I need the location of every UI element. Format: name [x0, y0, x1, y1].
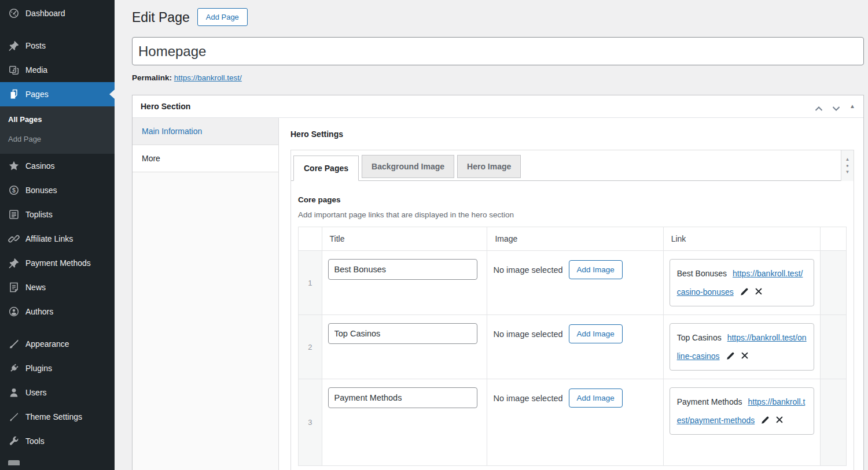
edit-pencil-icon[interactable]: [760, 416, 770, 425]
collapse-icon[interactable]: ▲: [849, 103, 855, 109]
sort-dot-icon[interactable]: ●: [846, 164, 849, 168]
settings-icon: [8, 460, 20, 465]
sidebar-item-media[interactable]: Media: [0, 58, 115, 82]
sidebar-separator: [0, 25, 115, 34]
sidebar-item-label: Tools: [25, 435, 45, 447]
edit-pencil-icon[interactable]: [740, 287, 749, 297]
sidebar-item-pages[interactable]: Pages: [0, 82, 115, 106]
row-number[interactable]: 1: [299, 251, 322, 315]
sidebar-item-casinos[interactable]: Casinos: [0, 154, 115, 178]
row-extra-cell: [821, 379, 847, 466]
link-title-text: Best Bonuses: [677, 269, 727, 278]
sort-down-icon[interactable]: ▼: [845, 170, 850, 175]
row-title-input[interactable]: [328, 259, 477, 280]
row-number[interactable]: 2: [299, 315, 322, 379]
sidebar-item-toplists[interactable]: Toplists: [0, 202, 115, 227]
pages-submenu: All Pages Add Page: [0, 106, 115, 154]
side-tab-main-information[interactable]: Main Information: [133, 118, 278, 145]
sidebar-item-label: Casinos: [25, 160, 55, 172]
move-up-icon[interactable]: [815, 103, 823, 109]
sidebar-item-payment-methods[interactable]: Payment Methods: [0, 251, 115, 275]
author-circle-icon: [8, 306, 20, 317]
sidebar-item-label: Theme Settings: [25, 410, 82, 423]
section-description: Add important page links that are displa…: [298, 210, 847, 219]
post-title-input[interactable]: [132, 37, 864, 65]
sidebar-item-authors[interactable]: Authors: [0, 299, 115, 324]
row-number[interactable]: 3: [299, 379, 322, 466]
table-row: 2 No image selected Add Image: [299, 315, 847, 379]
news-page-icon: [8, 282, 20, 293]
metabox-side-tabs: Main Information More: [133, 118, 279, 470]
remove-x-icon[interactable]: [755, 287, 764, 297]
add-image-button[interactable]: Add Image: [569, 324, 623, 343]
submenu-item-all-pages[interactable]: All Pages: [0, 110, 115, 129]
column-header-link: Link: [663, 227, 821, 251]
sidebar-item-news[interactable]: News: [0, 275, 115, 299]
sidebar-item-users[interactable]: Users: [0, 380, 115, 405]
section-heading: Core pages: [298, 195, 847, 204]
pushpin-icon: [8, 257, 20, 269]
sidebar-item-bonuses[interactable]: $ Bonuses: [0, 178, 115, 202]
add-page-button[interactable]: Add Page: [197, 8, 248, 26]
sidebar-item-appearance[interactable]: Appearance: [0, 332, 115, 356]
column-header-empty: [299, 227, 322, 251]
hero-settings-panel: Core Pages Background Image Hero Image ▲…: [290, 150, 854, 470]
plug-icon: [8, 362, 20, 374]
sidebar-item-affiliate-links[interactable]: Affiliate Links: [0, 227, 115, 251]
hero-section-metabox: Hero Section ▲ Main Information More Her…: [132, 95, 864, 470]
tab-core-pages[interactable]: Core Pages: [293, 156, 359, 181]
submenu-item-add-page[interactable]: Add Page: [0, 129, 115, 149]
list-icon: [8, 209, 20, 220]
row-title-input[interactable]: [328, 387, 477, 408]
sidebar-item-plugins[interactable]: Plugins: [0, 356, 115, 380]
remove-x-icon[interactable]: [741, 351, 750, 361]
wrench-icon: [8, 435, 20, 447]
sidebar-item-posts[interactable]: Posts: [0, 34, 115, 58]
sidebar-item-dashboard[interactable]: Dashboard: [0, 1, 115, 25]
pen-brush-icon: [8, 411, 20, 423]
link-title-text: Payment Methods: [677, 397, 742, 406]
column-header-title: Title: [322, 227, 487, 251]
media-icon: [8, 64, 20, 76]
sidebar-separator: [0, 324, 115, 332]
sidebar-item-label: Pages: [25, 88, 49, 101]
sort-up-icon[interactable]: ▲: [845, 157, 850, 162]
tab-hero-image[interactable]: Hero Image: [457, 155, 521, 178]
sidebar-item-theme-settings[interactable]: Theme Settings: [0, 405, 115, 429]
move-down-icon[interactable]: [832, 103, 840, 109]
row-title-input[interactable]: [328, 323, 477, 344]
edit-pencil-icon[interactable]: [726, 351, 735, 361]
pages-icon: [8, 88, 20, 100]
table-row: 3 No image selected Add Image: [299, 379, 847, 466]
dollar-circle-icon: $: [8, 184, 20, 196]
metabox-title: Hero Section: [141, 102, 190, 111]
sidebar-item-label: Dashboard: [25, 7, 65, 20]
sidebar-item-label: Appearance: [25, 338, 69, 350]
pushpin-icon: [8, 40, 20, 51]
sidebar-item-label: Posts: [25, 39, 46, 52]
table-row: 1 No image selected Add Image: [299, 251, 847, 315]
chain-link-icon: [8, 233, 20, 245]
column-header-image: Image: [487, 227, 663, 251]
side-tab-more[interactable]: More: [133, 145, 278, 172]
main-content: Edit Page Add Page Permalink: https://ba…: [115, 0, 868, 470]
sidebar-item-label: News: [25, 281, 46, 294]
settings-title: Hero Settings: [290, 129, 854, 139]
tab-strip: Core Pages Background Image Hero Image: [291, 150, 854, 181]
sidebar-item-label: Payment Methods: [25, 257, 91, 269]
dashboard-gauge-icon: [8, 8, 20, 19]
sidebar-item-label: Toplists: [25, 208, 53, 221]
permalink-link[interactable]: https://bankroll.test/: [174, 73, 242, 82]
tab-background-image[interactable]: Background Image: [362, 155, 454, 178]
image-status-text: No image selected: [493, 330, 562, 339]
sidebar-item-label: Media: [25, 64, 47, 76]
image-status-text: No image selected: [493, 394, 562, 403]
sidebar-item-label: Bonuses: [25, 184, 57, 197]
tab-scroller: ▲ ● ▼: [841, 150, 854, 181]
column-header-extra: [821, 227, 847, 251]
add-image-button[interactable]: Add Image: [569, 260, 623, 279]
link-field: Best Bonuseshttps://bankroll.test/casino…: [670, 259, 815, 306]
add-image-button[interactable]: Add Image: [569, 388, 623, 408]
sidebar-item-tools[interactable]: Tools: [0, 429, 115, 453]
remove-x-icon[interactable]: [775, 416, 785, 425]
